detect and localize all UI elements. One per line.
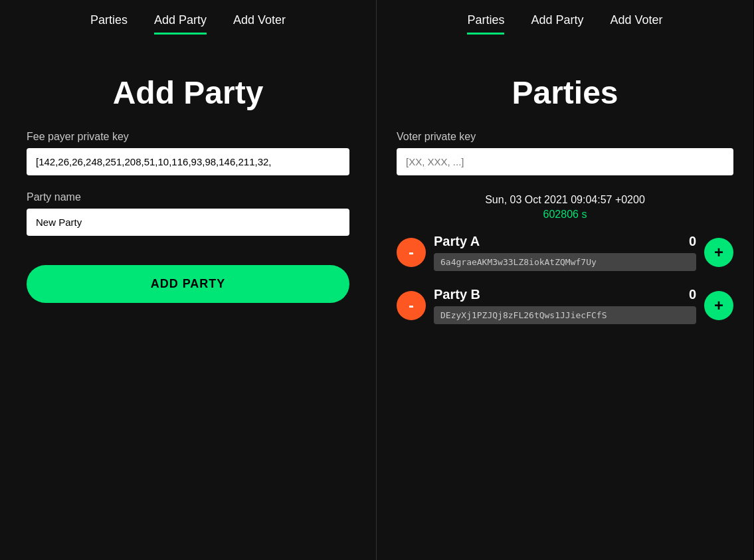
party-b-plus-button[interactable]: + xyxy=(704,291,733,320)
nav-item-add-party-left[interactable]: Add Party xyxy=(154,13,207,35)
party-b-address: DEzyXj1PZJQj8zFL26tQws1JJiecFCfS xyxy=(434,306,696,324)
nav-item-add-voter-left[interactable]: Add Voter xyxy=(233,13,286,35)
party-a-address: 6a4graeAKM3w33LZ8iokAtZQMwf7Uy xyxy=(434,253,696,271)
party-card-b: - Party B 0 DEzyXj1PZJQj8zFL26tQws1JJiec… xyxy=(377,287,753,324)
nav-item-add-voter-right[interactable]: Add Voter xyxy=(611,13,663,35)
left-panel: Parties Add Party Add Voter Add Party Fe… xyxy=(0,0,377,560)
party-a-count: 0 xyxy=(689,234,696,249)
fee-payer-input[interactable] xyxy=(27,148,349,175)
party-card-a: - Party A 0 6a4graeAKM3w33LZ8iokAtZQMwf7… xyxy=(377,234,753,271)
add-party-form: Fee payer private key Party name ADD PAR… xyxy=(0,131,376,303)
datetime-section: Sun, 03 Oct 2021 09:04:57 +0200 602806 s xyxy=(485,194,645,221)
party-a-minus-button[interactable]: - xyxy=(397,238,426,267)
party-a-info: Party A 0 6a4graeAKM3w33LZ8iokAtZQMwf7Uy xyxy=(434,234,696,271)
party-b-info: Party B 0 DEzyXj1PZJQj8zFL26tQws1JJiecFC… xyxy=(434,287,696,324)
party-name-label: Party name xyxy=(27,191,349,203)
right-panel: Parties Add Party Add Voter Parties Vote… xyxy=(377,0,753,560)
nav-item-parties-right[interactable]: Parties xyxy=(467,13,504,35)
datetime-text: Sun, 03 Oct 2021 09:04:57 +0200 xyxy=(485,194,645,206)
party-name-input[interactable] xyxy=(27,209,349,236)
party-a-plus-button[interactable]: + xyxy=(704,238,733,267)
party-b-count: 0 xyxy=(689,287,696,302)
voter-key-label: Voter private key xyxy=(397,131,733,143)
timer-text: 602806 s xyxy=(485,209,645,221)
nav-item-parties-left[interactable]: Parties xyxy=(90,13,128,35)
right-nav: Parties Add Party Add Voter xyxy=(377,0,753,35)
left-page-title: Add Party xyxy=(113,74,264,111)
party-b-name: Party B xyxy=(434,287,480,302)
party-a-name: Party A xyxy=(434,234,480,249)
voter-key-section: Voter private key xyxy=(377,131,753,175)
add-party-button[interactable]: ADD PARTY xyxy=(27,265,349,303)
voter-key-input[interactable] xyxy=(397,148,733,175)
left-nav: Parties Add Party Add Voter xyxy=(0,0,376,35)
fee-payer-label: Fee payer private key xyxy=(27,131,349,143)
party-b-minus-button[interactable]: - xyxy=(397,291,426,320)
nav-item-add-party-right[interactable]: Add Party xyxy=(531,13,583,35)
right-page-title: Parties xyxy=(512,74,618,111)
